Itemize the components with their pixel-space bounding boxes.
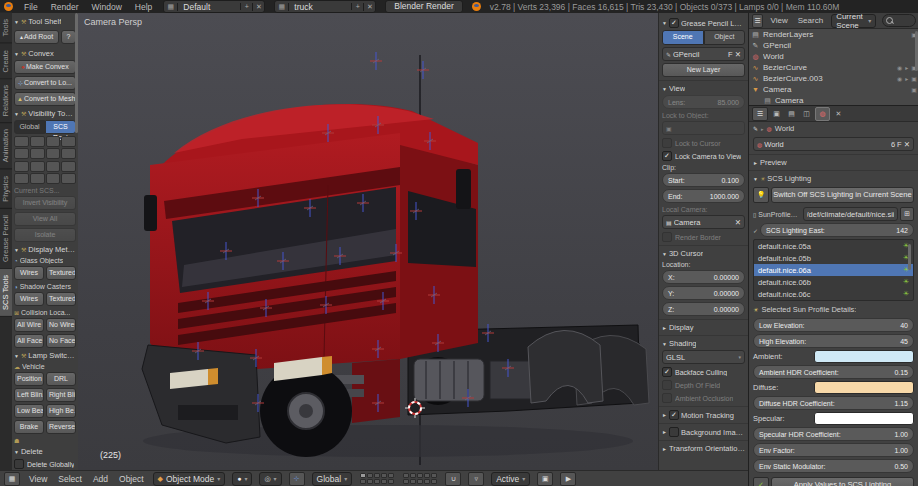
outliner-row-beziercurve[interactable]: ∿ BezierCurve ◉▸▣ [749, 62, 918, 73]
sun-profile-item-selected[interactable]: default.nice.06a☀ [754, 264, 913, 276]
scene-close-icon[interactable]: ✕ [363, 3, 375, 11]
add-menu[interactable]: Add [91, 474, 110, 484]
snap-element-icon[interactable]: ▿ [468, 472, 484, 486]
panel-tool-shelf[interactable]: ▼⚒Tool Shelf [14, 17, 76, 26]
lock-to-cursor-checkbox[interactable] [662, 138, 672, 148]
properties-editor-icon[interactable]: ☰ [752, 107, 768, 121]
cursor-z-field[interactable]: Z:0.00000 [662, 302, 745, 316]
lamp-reverse-button[interactable]: Reverse [46, 420, 76, 434]
panel-display-methods[interactable]: ▼⚒Display Meth... [14, 245, 76, 254]
background-images-checkbox[interactable] [669, 427, 679, 437]
grease-pencil-checkbox[interactable] [669, 18, 679, 28]
delete-globally-checkbox[interactable] [14, 459, 24, 469]
glass-wires-button[interactable]: Wires [14, 266, 44, 280]
gp-tab-scene[interactable]: Scene [662, 30, 704, 45]
menu-window[interactable]: Window [90, 2, 124, 12]
view-all-button[interactable]: View All [14, 212, 76, 226]
panel-scs-lighting[interactable]: ▼☀SCS Lighting [753, 174, 914, 183]
select-menu[interactable]: Select [56, 474, 84, 484]
mode-select[interactable]: ◆ Object Mode▾ [153, 472, 226, 486]
render-tab-icon[interactable]: ▣ [770, 108, 783, 120]
ao-checkbox[interactable] [662, 393, 672, 403]
users-count-button[interactable]: 6 [891, 140, 895, 149]
isolate-button[interactable]: Isolate [14, 228, 76, 242]
panel-background-images[interactable]: ►Background Images [662, 427, 745, 437]
convert-to-locators-button[interactable]: ⊹Convert to Lo... [14, 76, 76, 90]
eye-icon[interactable]: ◉ [897, 64, 902, 71]
outliner-search-input[interactable] [882, 14, 916, 27]
all-wire-button[interactable]: All Wire [14, 318, 44, 332]
panel-shading[interactable]: ▼Shading [662, 339, 745, 348]
screen-close-icon[interactable]: ✕ [252, 3, 264, 11]
panel-motion-tracking[interactable]: ►Motion Tracking [662, 410, 745, 420]
apply-scs-lighting-button[interactable]: Apply Values to SCS Lighting [771, 477, 914, 486]
panel-grease-pencil[interactable]: ▼Grease Pencil Layers [662, 18, 745, 28]
render-opengl-icon[interactable]: ▣ [537, 472, 553, 486]
cursor-x-field[interactable]: X:0.00000 [662, 270, 745, 284]
render-opengl-anim-icon[interactable]: ▶ [560, 472, 576, 486]
tab-scs-tools[interactable]: SCS Tools [0, 269, 12, 317]
menu-render[interactable]: Render [49, 2, 81, 12]
panel-convex[interactable]: ▼⚒Convex [14, 49, 76, 58]
object-menu[interactable]: Object [117, 474, 146, 484]
lock-camera-checkbox[interactable] [662, 151, 672, 161]
glass-textured-button[interactable]: Textured [46, 266, 76, 280]
camera-restrict-icon[interactable]: ▣ [911, 86, 917, 93]
panel-visibility-tools[interactable]: ▼⚒Visibility Tool... [14, 109, 76, 118]
blender-logo-icon[interactable] [4, 2, 13, 11]
cursor-select-icon[interactable]: ▸ [905, 75, 908, 82]
clip-end-slider[interactable]: End:1000.000 [662, 189, 745, 203]
new-layer-button[interactable]: New Layer [662, 63, 745, 77]
render-engine-select[interactable]: Blender Render [385, 0, 463, 13]
specular-color-swatch[interactable] [814, 412, 914, 425]
gp-tab-object[interactable]: Object [704, 30, 746, 45]
viewport-shading-select[interactable]: ●▾ [232, 472, 252, 486]
motion-tracking-checkbox[interactable] [669, 410, 679, 420]
ambient-color-swatch[interactable] [814, 350, 914, 363]
lock-object-field[interactable]: ▣ [662, 121, 745, 135]
tab-create[interactable]: Create [0, 44, 12, 80]
panel-preview[interactable]: ►Preview [753, 158, 914, 167]
render-layers-tab-icon[interactable]: ▤ [785, 108, 798, 120]
lens-slider[interactable]: Lens:85.000 [662, 95, 745, 109]
outliner-view-menu[interactable]: View [769, 16, 790, 25]
visibility-tab-global[interactable]: Global [14, 120, 45, 134]
lamp-position-button[interactable]: Position [14, 372, 44, 386]
switch-scs-lighting-button[interactable]: Switch Off SCS Lighting in Current Scene [771, 187, 914, 203]
sun-profile-item[interactable]: default.nice.06c☀ [754, 288, 913, 300]
world-tab-icon[interactable]: ◍ [815, 107, 830, 121]
menu-help[interactable]: Help [133, 2, 154, 12]
outliner-row-camera[interactable]: ▼ Camera ▣ [749, 84, 918, 95]
outliner-row-beziercurve-003[interactable]: ∿ BezierCurve.003 ◉▸▣ [749, 73, 918, 84]
panel-3d-cursor[interactable]: ▼3D Cursor [662, 249, 745, 258]
editor-type-icon[interactable]: ▦ [4, 472, 20, 486]
lamp-brake-button[interactable]: Brake [14, 420, 44, 434]
folder-icon[interactable]: ⊞ [900, 207, 914, 221]
outliner-display-select[interactable]: Current Scene▾ [831, 14, 876, 28]
env-static-slider[interactable]: Env Static Modulator:0.50 [753, 459, 914, 473]
outliner-row-renderlayers[interactable]: ▤ RenderLayers ▣ [749, 29, 918, 40]
specular-hdr-slider[interactable]: Specular HDR Coefficient:1.00 [753, 427, 914, 441]
tab-grease-pencil[interactable]: Grease Pencil [0, 209, 12, 269]
ambient-hdr-slider[interactable]: Ambient HDR Coefficient:0.15 [753, 365, 914, 379]
pin-icon[interactable]: ✎ [753, 125, 758, 132]
shadow-textured-button[interactable]: Textured [46, 292, 76, 306]
env-factor-slider[interactable]: Env Factor:1.00 [753, 443, 914, 457]
tab-relations[interactable]: Relations [0, 79, 12, 123]
manipulator-translate-icon[interactable]: ⊹ [289, 472, 305, 486]
tab-physics[interactable]: Physics [0, 170, 12, 209]
lamp-high-beam-button[interactable]: High Be... [46, 404, 76, 418]
diffuse-hdr-slider[interactable]: Diffuse HDR Coefficient:1.15 [753, 396, 914, 410]
world-datablock[interactable]: ◍ World 6 F ✕ [753, 137, 914, 151]
snap-target-select[interactable]: Active▾ [491, 472, 530, 486]
view-menu[interactable]: View [27, 474, 49, 484]
scene-selector[interactable]: ▦ truck + ✕ [274, 0, 376, 13]
cursor-y-field[interactable]: Y:0.00000 [662, 286, 745, 300]
backface-culling-checkbox[interactable] [662, 367, 672, 377]
panel-transform-orientations[interactable]: ►Transform Orientations [662, 444, 745, 453]
orientation-select[interactable]: Global▾ [312, 472, 353, 486]
unlink-world-icon[interactable]: ✕ [904, 140, 910, 149]
screen-layout-selector[interactable]: ▦ Default + ✕ [163, 0, 265, 13]
convert-to-mesh-button[interactable]: ▲Convert to Mesh [14, 92, 76, 106]
lamp-left-blinker-button[interactable]: Left Blin... [14, 388, 44, 402]
